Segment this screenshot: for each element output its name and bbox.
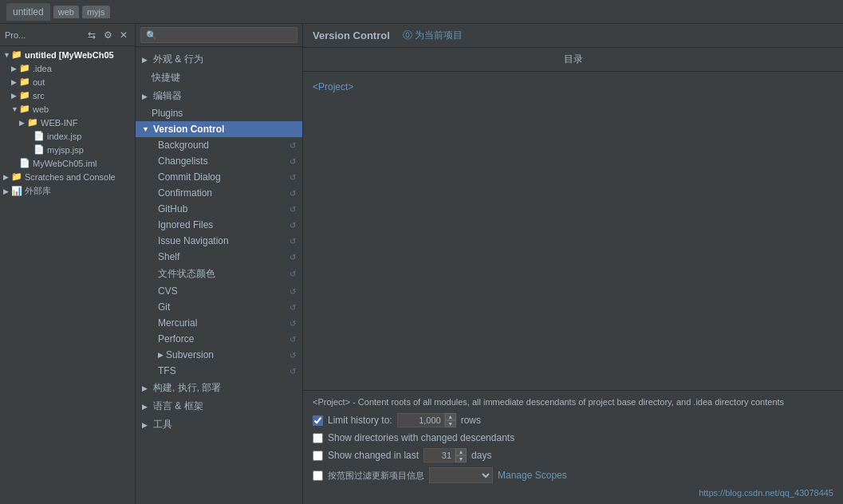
footer-description: <Project> - Content roots of all modules… (313, 397, 833, 407)
tree-item-indexjsp[interactable]: 📄 index.jsp (0, 129, 135, 143)
item-label-cvs: CVS (158, 285, 178, 297)
tree-item-src[interactable]: ▶ 📁 src (0, 89, 135, 102)
spinner-up-btn2[interactable]: ▲ (455, 448, 467, 455)
group-label-plugins: Plugins (152, 108, 183, 119)
reset-icon[interactable]: ↺ (290, 221, 296, 230)
item-label-shelf: Shelf (158, 251, 179, 262)
settings-group-lang[interactable]: ▶ 语言 & 框架 (136, 397, 302, 415)
folder-icon: 📁 (19, 104, 30, 114)
reset-icon[interactable]: ↺ (290, 253, 296, 262)
file-tree-panel: Pro... ⇆ ⚙ ✕ ▼ 📁 untitled [MyWebCh05 ▶ 📁… (0, 24, 136, 504)
reset-icon[interactable]: ↺ (290, 303, 296, 312)
tab-web-label: web (58, 7, 74, 17)
file-tree-content: ▼ 📁 untitled [MyWebCh05 ▶ 📁 .idea ▶ 📁 ou… (0, 46, 135, 504)
settings-item-cvs[interactable]: CVS ↺ (136, 283, 302, 299)
settings-item-github[interactable]: GitHub ↺ (136, 201, 302, 217)
tree-item-myjspjsp[interactable]: 📄 myjsp.jsp (0, 143, 135, 156)
folder-icon: 📁 (19, 63, 30, 73)
reset-icon[interactable]: ↺ (290, 173, 296, 182)
item-label-indexjsp: index.jsp (47, 132, 81, 141)
group-label-tools: 工具 (153, 418, 172, 431)
close-icon[interactable]: ✕ (117, 29, 130, 41)
show-dirs-checkbox[interactable] (313, 433, 323, 443)
reset-icon[interactable]: ↺ (290, 319, 296, 328)
spinner-down-btn2[interactable]: ▼ (455, 455, 467, 463)
tree-item-root[interactable]: ▼ 📁 untitled [MyWebCh05 (0, 48, 135, 61)
settings-group-appearance[interactable]: ▶ 外观 & 行为 (136, 50, 302, 69)
settings-item-background[interactable]: Background ↺ (136, 137, 302, 153)
reset-icon[interactable]: ↺ (290, 237, 296, 246)
search-input[interactable] (140, 27, 297, 43)
folder-icon: 📁 (11, 171, 22, 182)
settings-group-tools[interactable]: ▶ 工具 (136, 415, 302, 434)
settings-item-subversion[interactable]: ▶ Subversion ↺ (136, 347, 302, 363)
reset-icon[interactable]: ↺ (290, 205, 296, 214)
content-link[interactable]: ⓪ 为当前项目 (403, 29, 463, 42)
settings-group-build[interactable]: ▶ 构建, 执行, 部署 (136, 379, 302, 397)
spinner-down-btn[interactable]: ▼ (445, 420, 456, 427)
tree-item-idea[interactable]: ▶ 📁 .idea (0, 61, 135, 75)
option-row-limit-history: Limit history to: ▲ ▼ rows (313, 413, 833, 427)
show-changed-input[interactable] (423, 448, 455, 463)
tab-web[interactable]: web (53, 6, 79, 18)
tree-item-iml[interactable]: 📄 MyWebCh05.iml (0, 156, 135, 170)
arrow-icon: ▶ (142, 421, 150, 429)
filter-scope-select[interactable] (429, 467, 493, 483)
gear-icon[interactable]: ⚙ (101, 29, 114, 41)
tab-myjs[interactable]: myjs (82, 6, 110, 18)
url-text[interactable]: https://blog.csdn.net/qq_43078445 (699, 488, 833, 498)
reset-icon[interactable]: ↺ (290, 335, 296, 344)
settings-item-shelf[interactable]: Shelf ↺ (136, 249, 302, 265)
reset-icon[interactable]: ↺ (290, 287, 296, 296)
tree-item-webinf[interactable]: ▶ 📁 WEB-INF (0, 116, 135, 129)
group-label-appearance: 外观 & 行为 (153, 53, 203, 66)
settings-item-git[interactable]: Git ↺ (136, 299, 302, 315)
reset-icon[interactable]: ↺ (290, 189, 296, 198)
item-label-myjspjsp: myjsp.jsp (47, 145, 84, 155)
settings-group-plugins[interactable]: Plugins (136, 105, 302, 121)
settings-item-issuenavigation[interactable]: Issue Navigation ↺ (136, 233, 302, 249)
reset-icon[interactable]: ↺ (290, 367, 296, 376)
reset-icon[interactable]: ↺ (290, 141, 296, 150)
settings-item-commitdialog[interactable]: Commit Dialog ↺ (136, 169, 302, 185)
settings-item-filestatus[interactable]: 文件状态颜色 ↺ (136, 265, 302, 283)
arrow-icon: ▶ (3, 173, 11, 181)
settings-item-mercurial[interactable]: Mercurial ↺ (136, 315, 302, 331)
folder-icon: 📁 (19, 77, 30, 87)
arrow-icon: ▼ (3, 51, 11, 59)
settings-group-keymap[interactable]: 快捷键 (136, 69, 302, 87)
item-label-webinf: WEB-INF (41, 118, 77, 128)
settings-item-perforce[interactable]: Perforce ↺ (136, 331, 302, 347)
tree-item-scratches[interactable]: ▶ 📁 Scratches and Console (0, 170, 135, 183)
tree-item-out[interactable]: ▶ 📁 out (0, 75, 135, 89)
sync-icon[interactable]: ⇆ (85, 29, 98, 41)
settings-group-editor[interactable]: ▶ 编辑器 (136, 87, 302, 105)
file-tree-title: Pro... (5, 30, 82, 40)
limit-history-checkbox[interactable] (313, 415, 323, 426)
show-changed-checkbox[interactable] (313, 451, 323, 461)
limit-history-input[interactable] (397, 413, 445, 427)
group-label-vc: Version Control (153, 124, 224, 135)
settings-tree-panel: ▶ 外观 & 行为 快捷键 ▶ 编辑器 Plugins ▼ Version Co… (136, 24, 303, 504)
filter-scope-checkbox[interactable] (313, 471, 323, 481)
limit-history-label-after: rows (461, 415, 481, 426)
tree-item-web[interactable]: ▼ 📁 web (0, 102, 135, 116)
spinner-up-btn[interactable]: ▲ (445, 413, 456, 420)
settings-item-confirmation[interactable]: Confirmation ↺ (136, 185, 302, 201)
item-label-subversion: Subversion (166, 349, 214, 360)
settings-item-tfs[interactable]: TFS ↺ (136, 363, 302, 379)
title-bar: untitled web myjs (0, 0, 843, 24)
tab-untitled[interactable]: untitled (6, 3, 50, 21)
manage-scopes-link[interactable]: Manage Scopes (498, 470, 567, 481)
project-tag[interactable]: <Project> (313, 81, 353, 93)
arrow-icon: ▶ (158, 351, 163, 359)
tree-item-external[interactable]: ▶ 📊 外部库 (0, 183, 135, 199)
settings-item-changelists[interactable]: Changelists ↺ (136, 153, 302, 169)
folder-icon: 📁 (11, 49, 22, 60)
reset-icon[interactable]: ↺ (290, 351, 296, 360)
tab-myjs-label: myjs (87, 7, 105, 17)
reset-icon[interactable]: ↺ (290, 270, 296, 278)
settings-item-ignoredfiles[interactable]: Ignored Files ↺ (136, 217, 302, 233)
reset-icon[interactable]: ↺ (290, 157, 296, 166)
settings-group-vc[interactable]: ▼ Version Control (136, 121, 302, 137)
